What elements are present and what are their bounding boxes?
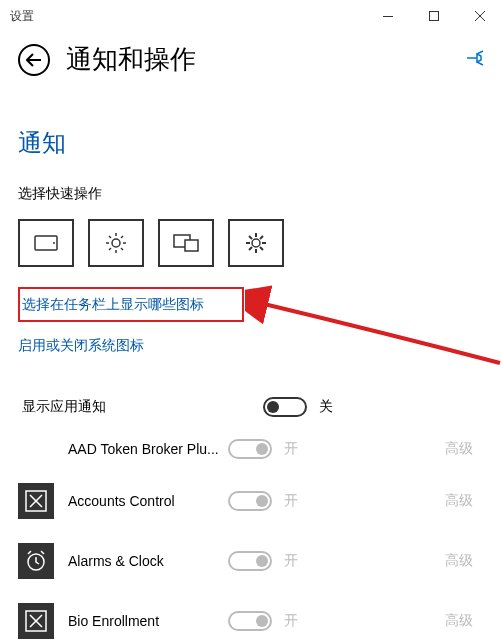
titlebar: 设置 [0,0,503,32]
advanced-link[interactable]: 高级 [445,552,485,570]
app-icon [18,603,54,639]
app-row: AAD Token Broker Plu... 开 高级 [18,427,485,471]
svg-point-4 [112,239,120,247]
app-toggle[interactable] [228,439,272,459]
window-title: 设置 [10,8,34,25]
master-toggle-row: 显示应用通知 关 [18,387,485,427]
svg-line-10 [121,248,123,250]
app-icon [18,543,54,579]
app-row: Accounts Control 开 高级 [18,471,485,531]
app-name-label: Accounts Control [68,493,228,509]
taskbar-icons-link[interactable]: 选择在任务栏上显示哪些图标 [20,296,204,314]
advanced-link[interactable]: 高级 [445,612,485,630]
content: 通知 选择快速操作 选择在任务栏上显示哪些图标 启用或关闭系统图标 显示应用通知… [0,91,503,640]
svg-line-22 [260,236,263,239]
svg-point-3 [53,242,55,244]
app-toggle-state: 开 [284,492,324,510]
svg-line-23 [249,247,252,250]
advanced-link[interactable]: 高级 [445,440,485,458]
advanced-link[interactable]: 高级 [445,492,485,510]
back-button[interactable] [18,44,50,76]
pin-icon[interactable] [465,50,485,70]
quick-actions-label: 选择快速操作 [18,185,485,203]
master-toggle-label: 显示应用通知 [18,398,263,416]
app-row: Alarms & Clock 开 高级 [18,531,485,591]
quick-action-tablet[interactable] [18,219,74,267]
header-left: 通知和操作 [18,42,196,77]
quick-action-brightness[interactable] [88,219,144,267]
page-title: 通知和操作 [66,42,196,77]
svg-line-21 [260,247,263,250]
svg-line-11 [121,236,123,238]
app-name-label: AAD Token Broker Plu... [68,441,228,457]
link-highlight-box: 选择在任务栏上显示哪些图标 [18,287,244,322]
app-row: Bio Enrollment 开 高级 [18,591,485,640]
master-toggle[interactable] [263,397,307,417]
system-icons-link[interactable]: 启用或关闭系统图标 [18,337,144,355]
svg-line-12 [109,248,111,250]
app-toggle[interactable] [228,551,272,571]
app-icon [18,483,54,519]
svg-line-20 [249,236,252,239]
app-toggle-state: 开 [284,612,324,630]
maximize-button[interactable] [411,0,457,32]
section-heading: 通知 [18,127,485,159]
master-toggle-state: 关 [319,398,359,416]
svg-rect-1 [430,12,439,21]
app-name-label: Bio Enrollment [68,613,228,629]
svg-rect-14 [185,240,198,251]
minimize-button[interactable] [365,0,411,32]
app-toggle-state: 开 [284,440,324,458]
svg-rect-0 [383,16,393,17]
app-toggle[interactable] [228,491,272,511]
svg-point-15 [252,239,260,247]
app-name-label: Alarms & Clock [68,553,228,569]
quick-actions [18,219,485,267]
svg-line-9 [109,236,111,238]
quick-action-settings[interactable] [228,219,284,267]
app-toggle-state: 开 [284,552,324,570]
app-toggle[interactable] [228,611,272,631]
header: 通知和操作 [0,32,503,91]
quick-action-connect[interactable] [158,219,214,267]
close-button[interactable] [457,0,503,32]
titlebar-controls [365,0,503,32]
